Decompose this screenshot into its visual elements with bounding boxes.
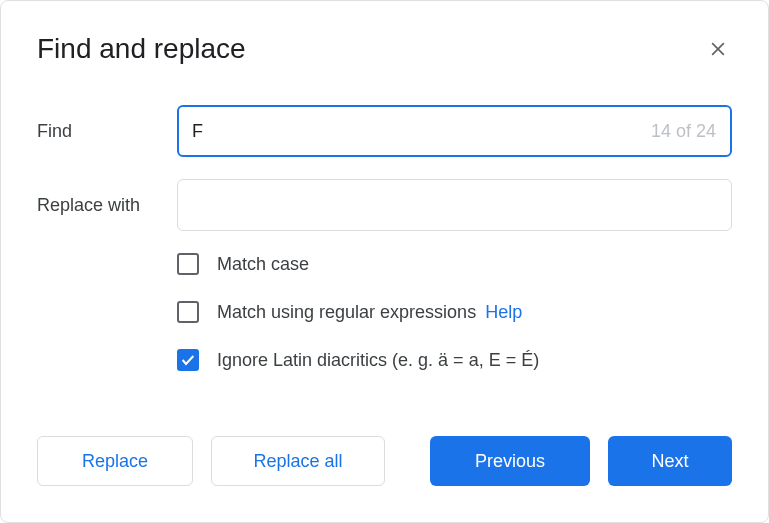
find-label: Find: [37, 121, 177, 142]
replace-input[interactable]: [177, 179, 732, 231]
diacritics-label: Ignore Latin diacritics (e. g. ä = a, E …: [217, 350, 539, 371]
options-group: Match case Match using regular expressio…: [177, 253, 732, 371]
replace-all-button[interactable]: Replace all: [211, 436, 385, 486]
regex-row: Match using regular expressions Help: [177, 301, 732, 323]
replace-label: Replace with: [37, 195, 177, 216]
find-row: Find 14 of 24: [37, 105, 732, 157]
checkmark-icon: [180, 352, 196, 368]
diacritics-row: Ignore Latin diacritics (e. g. ä = a, E …: [177, 349, 732, 371]
close-icon: [708, 39, 728, 59]
match-case-checkbox[interactable]: [177, 253, 199, 275]
find-input-wrapper: 14 of 24: [177, 105, 732, 157]
previous-button[interactable]: Previous: [430, 436, 590, 486]
button-spacer: [403, 436, 412, 486]
next-button[interactable]: Next: [608, 436, 732, 486]
regex-label: Match using regular expressions Help: [217, 302, 522, 323]
dialog-header: Find and replace: [37, 33, 732, 65]
close-button[interactable]: [704, 35, 732, 63]
replace-button[interactable]: Replace: [37, 436, 193, 486]
match-case-row: Match case: [177, 253, 732, 275]
dialog-title: Find and replace: [37, 33, 246, 65]
diacritics-checkbox[interactable]: [177, 349, 199, 371]
replace-input-wrapper: [177, 179, 732, 231]
find-replace-dialog: Find and replace Find 14 of 24 Replace w…: [0, 0, 769, 523]
regex-help-link[interactable]: Help: [485, 302, 522, 322]
regex-checkbox[interactable]: [177, 301, 199, 323]
find-input[interactable]: [177, 105, 732, 157]
regex-label-text: Match using regular expressions: [217, 302, 476, 322]
button-row: Replace Replace all Previous Next: [37, 436, 732, 486]
match-case-label: Match case: [217, 254, 309, 275]
replace-row: Replace with: [37, 179, 732, 231]
